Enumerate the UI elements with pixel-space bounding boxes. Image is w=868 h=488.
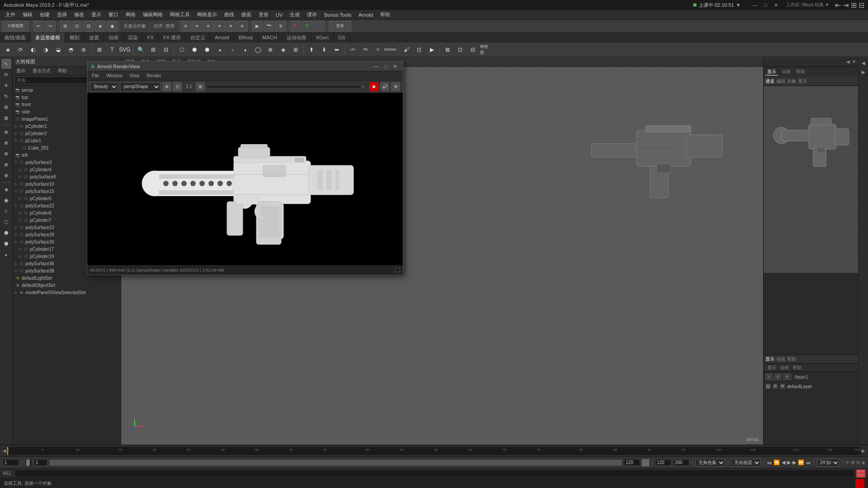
- snap3-btn[interactable]: ⊕: [1, 149, 11, 159]
- tab-fx[interactable]: FX: [143, 33, 159, 42]
- prism-icon[interactable]: ⬧: [239, 44, 251, 56]
- right-icons[interactable]: ⇤ ⇥ ⊞ ⊟: [835, 1, 864, 9]
- tab-custom[interactable]: 自定义: [186, 33, 210, 42]
- menu-modify[interactable]: 修改: [71, 10, 88, 19]
- lasso-icon[interactable]: ⟳: [14, 44, 26, 56]
- layer-v-btn[interactable]: V: [765, 374, 773, 380]
- lp-tab-animate[interactable]: 动画: [776, 356, 785, 362]
- special4-icon[interactable]: 特性型: [480, 44, 491, 56]
- status-bar-right-btn[interactable]: [855, 479, 864, 488]
- menu-mesh-tools[interactable]: 网格工具: [166, 10, 193, 19]
- snap-btn-5[interactable]: ⊕: [226, 21, 236, 32]
- menu-mesh[interactable]: 网格: [122, 10, 139, 19]
- outliner-menu-help[interactable]: 帮助: [54, 67, 71, 75]
- mirror-icon[interactable]: ⊠: [94, 44, 105, 56]
- snap4-btn[interactable]: ⊕: [1, 160, 11, 169]
- cb-tab-display[interactable]: 显示: [798, 78, 807, 84]
- combine-icon[interactable]: T: [106, 44, 118, 56]
- menu-curves[interactable]: 曲线: [221, 10, 238, 19]
- redo-btn[interactable]: ↪: [45, 21, 56, 32]
- icon7[interactable]: ⊛: [78, 44, 90, 56]
- tab-curves-surfaces[interactable]: 曲线/曲面: [0, 33, 31, 42]
- tb3[interactable]: ⊞: [60, 21, 71, 32]
- lp-menu-display[interactable]: 显示: [765, 365, 778, 371]
- menu-edit[interactable]: 编辑: [19, 10, 36, 19]
- arv-settings-btn[interactable]: ⚙: [391, 82, 400, 91]
- arv-menu-view[interactable]: View: [127, 73, 142, 78]
- snap5-btn[interactable]: ⊕: [1, 170, 11, 180]
- arv-audio-btn[interactable]: 🔊: [380, 82, 389, 91]
- arv-fullscreen-btn[interactable]: ⛶: [395, 267, 400, 273]
- sculpt2-icon[interactable]: ⊡: [413, 44, 425, 56]
- current-frame-field[interactable]: 1: [3, 459, 19, 466]
- torus-icon[interactable]: ⬦: [226, 44, 238, 56]
- pb-icon2[interactable]: ⊞: [851, 460, 854, 465]
- helix-icon[interactable]: ⊕: [264, 44, 276, 56]
- anim-end-field[interactable]: 200: [673, 459, 689, 466]
- layer-item-default[interactable]: V P R defaultLayer: [765, 383, 856, 390]
- tb5[interactable]: ⊟: [83, 21, 94, 32]
- pb-prev-key[interactable]: ⏪: [774, 460, 780, 465]
- xyz-x[interactable]: X:: [290, 21, 301, 32]
- outliner-item-viewselset[interactable]: ▷ ⊚ modelPanel3ViewSelectedSet: [13, 289, 121, 296]
- pb-play[interactable]: ▶: [787, 460, 791, 465]
- tab-fx-cache[interactable]: FX 缓存: [159, 33, 186, 42]
- arv-mode-select[interactable]: Beauty: [90, 82, 118, 91]
- uv-g-icon[interactable]: G: [372, 44, 384, 56]
- hist1-btn[interactable]: ◈: [1, 184, 11, 194]
- pb-skip-end[interactable]: ⏭: [806, 460, 811, 465]
- anim-layer-select[interactable]: 无动画层: [731, 459, 761, 467]
- outliner-item-objset[interactable]: ⊚ defaultObjectSet: [13, 282, 121, 289]
- render-play[interactable]: ▶: [252, 21, 263, 32]
- arv-minimize[interactable]: —: [372, 63, 381, 70]
- menu-file[interactable]: 文件: [2, 10, 19, 19]
- range-bar[interactable]: [49, 460, 622, 466]
- cb-tab-object[interactable]: 对象: [787, 78, 796, 84]
- hist6-btn[interactable]: ⬣: [1, 239, 11, 249]
- cb-tab-edit[interactable]: 编辑: [776, 78, 785, 84]
- icon12[interactable]: ⊟: [160, 44, 172, 56]
- tb4[interactable]: ⊡: [71, 21, 82, 32]
- lp-menu-animate[interactable]: 动画: [778, 365, 791, 371]
- pb-next-frame[interactable]: ▶: [793, 460, 796, 465]
- pb-icon3[interactable]: ⊟: [856, 460, 860, 465]
- select-icon[interactable]: ◈: [2, 44, 14, 56]
- arv-menu-window[interactable]: Window: [104, 73, 125, 78]
- hist5-btn[interactable]: ⬢: [1, 228, 11, 238]
- layer-render-icon[interactable]: R: [780, 384, 785, 389]
- icon6[interactable]: ◓: [65, 44, 77, 56]
- range-end2-field[interactable]: [655, 459, 671, 466]
- paint-select-icon[interactable]: ◐: [27, 44, 39, 56]
- login-btn[interactable]: 登录: [329, 21, 351, 32]
- menu-bonus[interactable]: Bonus Tools: [321, 11, 355, 19]
- menu-cache[interactable]: 缓存: [303, 10, 321, 19]
- icon10[interactable]: 🔍: [135, 44, 146, 56]
- arv-close[interactable]: ✕: [391, 63, 399, 70]
- rpt-animate[interactable]: 动画: [780, 69, 793, 75]
- snap-btn-1[interactable]: ⊕: [180, 21, 191, 32]
- hist3-btn[interactable]: ◊: [1, 206, 11, 216]
- render-cam[interactable]: 📷: [264, 21, 274, 32]
- right-icon1[interactable]: ◀: [846, 59, 850, 64]
- snap-btn-3[interactable]: ⊕: [203, 21, 214, 32]
- sphere-icon[interactable]: ⬢: [189, 44, 200, 56]
- icon11[interactable]: ⊞: [147, 44, 159, 56]
- mel-input[interactable]: [15, 469, 854, 478]
- snap1-btn[interactable]: ⊕: [1, 127, 11, 137]
- tab-xgen[interactable]: XGen: [311, 33, 334, 42]
- menu-arnold[interactable]: Arnold: [355, 11, 377, 19]
- window-maximize[interactable]: □: [761, 2, 770, 8]
- menu-select[interactable]: 选择: [53, 10, 71, 19]
- layer-r-btn[interactable]: R: [783, 374, 791, 380]
- far-right-btn1[interactable]: ◀: [859, 59, 868, 67]
- window-close[interactable]: ✕: [771, 2, 781, 8]
- render-stop[interactable]: ⏸: [275, 21, 286, 32]
- move-tool-btn[interactable]: ✛: [1, 80, 11, 90]
- outliner-toggle-btn[interactable]: 大纲视图: [2, 21, 29, 32]
- lp-menu-help[interactable]: 帮助: [791, 365, 803, 371]
- menu-deform[interactable]: 变形: [255, 10, 272, 19]
- layer-playback-icon[interactable]: P: [773, 384, 778, 389]
- menu-create[interactable]: 创建: [36, 10, 53, 19]
- rpt-help[interactable]: 帮助: [794, 69, 807, 75]
- mel-icon[interactable]: ⛶: [856, 469, 865, 478]
